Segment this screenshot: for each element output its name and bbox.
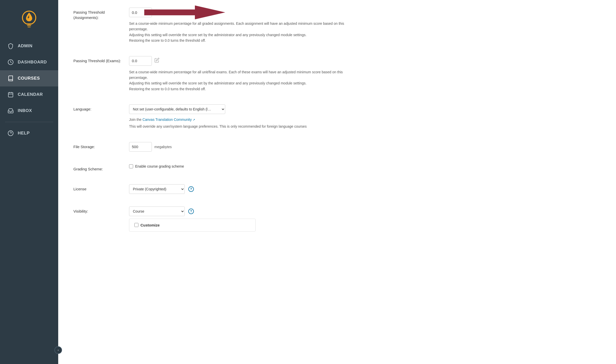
main-content: Passing Threshold (Assignments): bbox=[58, 0, 616, 364]
language-content: Not set (user-configurable, defaults to … bbox=[129, 104, 347, 129]
passing-threshold-exams-row: Passing Threshold (Exams): Set a course-… bbox=[73, 56, 347, 97]
shield-icon bbox=[7, 42, 14, 50]
help-icon bbox=[7, 130, 14, 137]
logo-icon bbox=[20, 10, 38, 30]
sidebar-item-inbox-label: INBOX bbox=[18, 108, 32, 113]
arrow-annotation bbox=[129, 8, 157, 17]
logo-area bbox=[0, 5, 58, 38]
inbox-icon bbox=[7, 107, 14, 114]
sidebar: ADMIN DASHBOARD COURSES bbox=[0, 0, 58, 364]
dashboard-icon bbox=[7, 59, 14, 66]
visibility-row: Visibility: Course Institution Public ? … bbox=[73, 207, 347, 237]
sidebar-item-dashboard-label: DASHBOARD bbox=[18, 60, 47, 65]
passing-threshold-exams-content: Set a course-wide minimum percentage for… bbox=[129, 56, 347, 92]
nav-divider bbox=[5, 122, 53, 122]
language-row: Language: Not set (user-configurable, de… bbox=[73, 104, 347, 134]
megabytes-label: megabytes bbox=[154, 145, 172, 149]
license-content: Private (Copyrighted) Public Domain CC A… bbox=[129, 184, 347, 194]
sidebar-item-calendar[interactable]: CALENDAR bbox=[0, 86, 58, 103]
visibility-select[interactable]: Course Institution Public bbox=[129, 207, 185, 216]
passing-threshold-assignments-label: Passing Threshold (Assignments): bbox=[73, 8, 129, 20]
sidebar-item-help[interactable]: HELP bbox=[0, 125, 58, 141]
sidebar-item-calendar-label: CALENDAR bbox=[18, 92, 43, 97]
license-label: License bbox=[73, 184, 129, 192]
file-storage-label: File Storage: bbox=[73, 142, 129, 149]
file-storage-row: File Storage: megabytes bbox=[73, 142, 347, 157]
sidebar-item-admin-label: ADMIN bbox=[18, 43, 32, 49]
file-storage-input-row: megabytes bbox=[129, 142, 347, 152]
grading-scheme-checkbox-row: Enable course grading scheme bbox=[129, 164, 347, 168]
customize-label[interactable]: Customize bbox=[140, 223, 160, 227]
customize-checkbox[interactable] bbox=[134, 223, 138, 227]
language-override-text: This will override any user/system langu… bbox=[129, 124, 347, 129]
sidebar-item-dashboard[interactable]: DASHBOARD bbox=[0, 54, 58, 70]
visibility-label: Visibility: bbox=[73, 207, 129, 214]
external-link-icon: ↗ bbox=[193, 118, 195, 122]
visibility-select-row: Course Institution Public ? bbox=[129, 207, 347, 216]
grading-scheme-checkbox-label[interactable]: Enable course grading scheme bbox=[135, 164, 184, 168]
grading-scheme-checkbox[interactable] bbox=[129, 164, 133, 168]
visibility-help-icon[interactable]: ? bbox=[188, 209, 194, 214]
passing-threshold-assignments-content: Set a course-wide minimum percentage for… bbox=[129, 8, 347, 43]
svg-rect-5 bbox=[8, 93, 13, 97]
grading-scheme-row: Grading Scheme: Enable course grading sc… bbox=[73, 164, 347, 177]
visibility-content: Course Institution Public ? Customize bbox=[129, 207, 347, 232]
customize-checkbox-row: Customize bbox=[134, 223, 250, 227]
sidebar-item-courses-label: COURSES bbox=[18, 76, 40, 81]
passing-threshold-assignments-desc: Set a course-wide minimum percentage for… bbox=[129, 21, 347, 43]
canvas-translation-link[interactable]: Canvas Translation Community ↗ bbox=[142, 118, 195, 122]
grading-scheme-label: Grading Scheme: bbox=[73, 164, 129, 172]
license-select[interactable]: Private (Copyrighted) Public Domain CC A… bbox=[129, 184, 185, 194]
license-row: License Private (Copyrighted) Public Dom… bbox=[73, 184, 347, 199]
edit-pencil-icon-exams[interactable] bbox=[154, 58, 159, 64]
language-label: Language: bbox=[73, 104, 129, 112]
sidebar-item-help-label: HELP bbox=[18, 131, 30, 136]
book-icon bbox=[7, 75, 14, 82]
content-area: Passing Threshold (Assignments): bbox=[58, 0, 362, 259]
grading-scheme-content: Enable course grading scheme bbox=[129, 164, 347, 168]
passing-threshold-exams-input-row bbox=[129, 56, 347, 66]
passing-threshold-exams-label: Passing Threshold (Exams): bbox=[73, 56, 129, 63]
file-storage-input[interactable] bbox=[129, 142, 152, 152]
calendar-icon bbox=[7, 91, 14, 98]
customize-box: Customize bbox=[129, 219, 256, 232]
annotation-arrow bbox=[144, 6, 225, 19]
sidebar-item-admin[interactable]: ADMIN bbox=[0, 38, 58, 54]
language-select[interactable]: Not set (user-configurable, defaults to … bbox=[129, 104, 225, 114]
nav-items: ADMIN DASHBOARD COURSES bbox=[0, 38, 58, 364]
passing-threshold-exams-input[interactable] bbox=[129, 56, 152, 66]
license-help-icon[interactable]: ? bbox=[188, 186, 194, 192]
canvas-translation-text: Join the Canvas Translation Community ↗ bbox=[129, 118, 347, 122]
chevron-left-icon: ‹ bbox=[58, 348, 59, 352]
svg-marker-11 bbox=[144, 6, 225, 19]
sidebar-toggle-button[interactable]: ‹ bbox=[54, 346, 62, 354]
sidebar-item-courses[interactable]: COURSES bbox=[0, 70, 58, 86]
passing-threshold-assignments-row: Passing Threshold (Assignments): bbox=[73, 8, 347, 49]
passing-threshold-assignments-input-row bbox=[129, 8, 347, 17]
file-storage-content: megabytes bbox=[129, 142, 347, 152]
sidebar-item-inbox[interactable]: INBOX bbox=[0, 103, 58, 119]
license-select-row: Private (Copyrighted) Public Domain CC A… bbox=[129, 184, 347, 194]
passing-threshold-exams-desc: Set a course-wide minimum percentage for… bbox=[129, 69, 347, 92]
